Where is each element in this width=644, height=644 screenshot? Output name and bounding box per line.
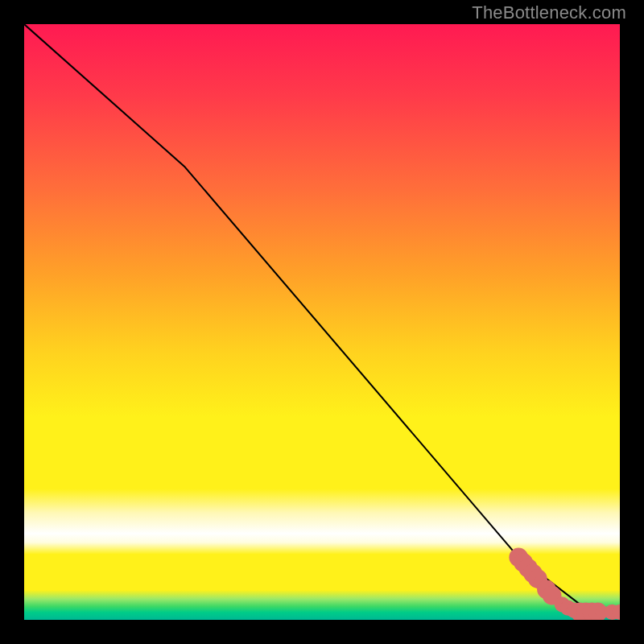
attribution-label: TheBottleneck.com	[472, 2, 626, 23]
bottleneck-curve	[24, 24, 620, 612]
chart-overlay-svg	[24, 24, 620, 620]
highlighted-segment	[509, 547, 620, 620]
chart-container: TheBottleneck.com	[0, 0, 644, 644]
plot-area	[24, 24, 620, 620]
